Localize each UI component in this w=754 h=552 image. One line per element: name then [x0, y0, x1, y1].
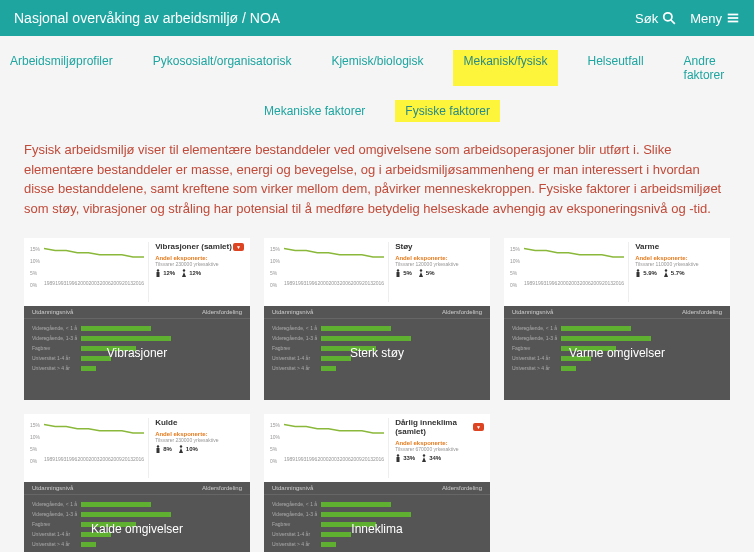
card-chart-area: 15%10%5%0% 19891993199620002003200620092…: [504, 238, 730, 306]
female-stat: 12%: [181, 269, 201, 277]
trend-line: [44, 242, 144, 274]
cards-row-1: 15%10%5%0% 19891993199620002003200620092…: [0, 238, 754, 400]
card-detail-area: UtdanningsnivåAldersfordeling Sterk støy…: [264, 306, 490, 400]
change-badge: ▼: [233, 243, 244, 251]
svg-marker-8: [182, 272, 186, 277]
chart-title: Varme: [635, 242, 724, 251]
chart-title: Kulde: [155, 418, 244, 427]
trend-chart: 15%10%5%0% 19891993199620002003200620092…: [270, 418, 389, 478]
x-axis-ticks: 198919931996200020032006200920132016: [284, 280, 384, 286]
bar: [81, 326, 151, 331]
bar: [81, 542, 96, 547]
chart-info: Støy Andel eksponerte: Tilsvarer 120000 …: [389, 242, 484, 302]
bar-label: Videregående, 1-3 år: [32, 335, 77, 341]
female-stat: 5%: [418, 269, 435, 277]
trend-chart: 15%10%5%0% 19891993199620002003200620092…: [30, 242, 149, 302]
chart-title: Dårlig inneklima (samlet)▼: [395, 418, 484, 436]
card-indoor[interactable]: 15%10%5%0% 19891993199620002003200620092…: [264, 414, 490, 552]
svg-point-9: [397, 269, 399, 271]
card-label: Kalde omgivelser: [91, 522, 183, 536]
svg-rect-18: [157, 448, 160, 453]
app-header: Nasjonal overvåking av arbeidsmiljø / NO…: [0, 0, 754, 36]
card-noise[interactable]: 15%10%5%0% 19891993199620002003200620092…: [264, 238, 490, 400]
bar-label: Universitet > 4 år: [272, 541, 317, 547]
card-vibration[interactable]: 15%10%5%0% 19891993199620002003200620092…: [24, 238, 250, 400]
sub-navigation: Mekaniske faktorer Fysiske faktorer: [0, 96, 754, 140]
person-male-icon: [155, 445, 161, 453]
svg-marker-16: [664, 272, 668, 277]
male-stat: 5.9%: [635, 269, 657, 277]
sub-tab-mechanical[interactable]: Mekaniske faktorer: [254, 100, 375, 122]
svg-marker-20: [179, 448, 183, 453]
nav-tab-health[interactable]: Helseutfall: [578, 50, 654, 86]
bar-label: Videregående, < 1 år: [272, 501, 317, 507]
exposed-subtitle: Tilsvarer 120000 yrkesaktive: [395, 261, 484, 267]
bar: [321, 532, 351, 537]
sub-chart-1-title: Utdanningsnivå: [272, 309, 442, 315]
trend-chart: 15%10%5%0% 19891993199620002003200620092…: [30, 418, 149, 478]
trend-line: [284, 418, 384, 450]
bar-label: Fagbrev: [32, 345, 77, 351]
sub-chart-2-title: Aldersfordeling: [202, 309, 242, 315]
bar-label: Universitet > 4 år: [32, 541, 77, 547]
sub-chart-2-title: Aldersfordeling: [442, 309, 482, 315]
person-male-icon: [395, 454, 401, 462]
sub-tab-physical[interactable]: Fysiske faktorer: [395, 100, 500, 122]
menu-label: Meny: [690, 11, 722, 26]
exposed-subtitle: Tilsvarer 670000 yrkesaktive: [395, 446, 484, 452]
female-stat: 10%: [178, 445, 198, 453]
nav-tab-psychosocial[interactable]: Pykososialt/organisatorisk: [143, 50, 302, 86]
bar-label: Videregående, < 1 år: [32, 325, 77, 331]
header-actions: Søk Meny: [635, 11, 740, 26]
search-button[interactable]: Søk: [635, 11, 676, 26]
bar-label: Fagbrev: [272, 345, 317, 351]
bar-label: Videregående, < 1 år: [32, 501, 77, 507]
nav-tab-chemical[interactable]: Kjemisk/biologisk: [321, 50, 433, 86]
hamburger-icon: [726, 11, 740, 25]
card-cold[interactable]: 15%10%5%0% 19891993199620002003200620092…: [24, 414, 250, 552]
svg-rect-6: [157, 272, 160, 277]
chart-info: Dårlig inneklima (samlet)▼ Andel ekspone…: [389, 418, 484, 478]
male-stat: 33%: [395, 454, 415, 462]
svg-rect-10: [397, 272, 400, 277]
nav-tab-other[interactable]: Andre faktorer: [674, 50, 754, 86]
female-stat: 5.7%: [663, 269, 685, 277]
bar-label: Videregående, 1-3 år: [512, 335, 557, 341]
svg-point-17: [157, 445, 159, 447]
main-navigation: Arbeidsmiljøprofiler Pykososialt/organis…: [0, 36, 754, 96]
card-heat[interactable]: 15%10%5%0% 19891993199620002003200620092…: [504, 238, 730, 400]
svg-point-7: [183, 269, 185, 271]
x-axis-ticks: 198919931996200020032006200920132016: [44, 456, 144, 462]
sub-chart-2-title: Aldersfordeling: [202, 485, 242, 491]
exposed-subtitle: Tilsvarer 230000 yrkesaktive: [155, 261, 244, 267]
bar: [81, 502, 151, 507]
bar: [321, 326, 391, 331]
header-title: Nasjonal overvåking av arbeidsmiljø / NO…: [14, 10, 280, 26]
search-icon: [662, 11, 676, 25]
search-label: Søk: [635, 11, 658, 26]
chart-title: Vibrasjoner (samlet)▼: [155, 242, 244, 251]
bar-label: Videregående, < 1 år: [512, 325, 557, 331]
person-female-icon: [178, 445, 184, 453]
bar-label: Videregående, 1-3 år: [32, 511, 77, 517]
person-female-icon: [181, 269, 187, 277]
chart-info: Kulde Andel eksponerte: Tilsvarer 230000…: [149, 418, 244, 478]
bar: [561, 326, 631, 331]
nav-tab-mechanical[interactable]: Mekanisk/fysisk: [453, 50, 557, 86]
nav-tab-profiles[interactable]: Arbeidsmiljøprofiler: [0, 50, 123, 86]
intro-text: Fysisk arbeidsmiljø viser til elementære…: [0, 140, 754, 238]
sub-chart-1-title: Utdanningsnivå: [272, 485, 442, 491]
person-male-icon: [635, 269, 641, 277]
card-detail-area: UtdanningsnivåAldersfordeling Inneklima …: [264, 482, 490, 552]
person-female-icon: [663, 269, 669, 277]
male-stat: 8%: [155, 445, 172, 453]
bar-label: Videregående, 1-3 år: [272, 335, 317, 341]
person-female-icon: [421, 454, 427, 462]
svg-point-21: [397, 454, 399, 456]
card-chart-area: 15%10%5%0% 19891993199620002003200620092…: [264, 238, 490, 306]
menu-button[interactable]: Meny: [690, 11, 740, 26]
svg-point-5: [157, 269, 159, 271]
sub-chart-1-title: Utdanningsnivå: [32, 309, 202, 315]
exposed-subtitle: Tilsvarer 110000 yrkesaktive: [635, 261, 724, 267]
bar: [321, 336, 411, 341]
